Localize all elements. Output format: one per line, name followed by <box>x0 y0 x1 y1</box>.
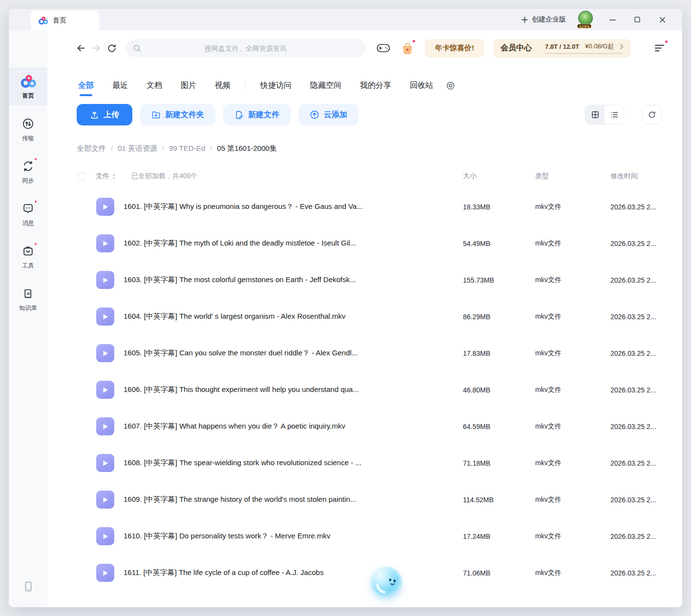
new-folder-button[interactable]: 新建文件夹 <box>140 104 215 125</box>
table-row[interactable]: 1601. [中英字幕] Why is pneumonia so dangero… <box>47 188 682 225</box>
file-type: mkv文件 <box>535 239 610 248</box>
svg-text:AI: AI <box>27 291 30 295</box>
file-time: 2026.03.25 2... <box>610 203 662 211</box>
netdisk-logo-icon <box>20 74 37 88</box>
app-window: 首页 创建企业版 SVIP6 <box>9 9 682 607</box>
new-file-button[interactable]: 新建文件 <box>223 104 291 125</box>
file-name: 1605. [中英字幕] Can you solve the monster d… <box>124 349 463 358</box>
file-column-header[interactable]: 文件 <box>96 172 116 181</box>
table-row[interactable]: 1603. [中英字幕] The most colorful gemstones… <box>47 262 682 298</box>
tab-primary-0[interactable]: 全部 <box>78 81 94 91</box>
storage-used-text: 7.8T / 12.0T <box>545 43 579 50</box>
close-button[interactable] <box>656 13 669 26</box>
file-size: 71.06MB <box>463 569 535 577</box>
table-row[interactable]: 1602. [中英字幕] The myth of Loki and the de… <box>47 225 682 262</box>
menu-button[interactable] <box>654 44 665 52</box>
storage-meter: 7.8T / 12.0T ¥0.08/G起 <box>545 42 624 54</box>
reload-button[interactable] <box>104 41 120 56</box>
file-type: mkv文件 <box>535 532 610 541</box>
file-type: mkv文件 <box>535 569 610 577</box>
sync-icon <box>20 159 37 173</box>
sidebar-item-home[interactable]: 首页 <box>9 67 47 105</box>
forward-button[interactable] <box>88 41 104 56</box>
breadcrumb-item-2[interactable]: 99 TED-Ed <box>169 144 205 153</box>
table-row[interactable]: 1609. [中英字幕] The strange history of the … <box>47 481 682 518</box>
table-row[interactable]: 1604. [中英字幕] The world’ s largest organi… <box>47 298 682 335</box>
sidebar-item-knowledge[interactable]: AI知识库 <box>9 280 47 318</box>
tab-home[interactable]: 首页 <box>31 11 99 30</box>
size-column-header[interactable]: 大小 <box>463 172 535 181</box>
tab-secondary-0[interactable]: 快捷访问 <box>260 81 292 91</box>
list-view-button[interactable] <box>605 105 624 124</box>
sidebar-item-tools[interactable]: 工具 <box>9 237 47 275</box>
back-button[interactable] <box>73 41 88 56</box>
file-name: 1607. [中英字幕] What happens when you die？ … <box>124 422 463 431</box>
list-view-icon <box>610 110 619 119</box>
table-row[interactable]: 1607. [中英字幕] What happens when you die？ … <box>47 408 682 445</box>
sidebar-item-label: 工具 <box>22 262 34 270</box>
type-column-header[interactable]: 类型 <box>535 172 610 181</box>
video-file-icon <box>96 271 114 289</box>
table-row[interactable]: 1605. [中英字幕] Can you solve the monster d… <box>47 335 682 371</box>
sidebar-item-label: 传输 <box>22 134 34 143</box>
maximize-button[interactable] <box>631 13 644 26</box>
file-name: 1606. [中英字幕] This thought experiment wil… <box>124 385 463 394</box>
table-row[interactable]: 1610. [中英字幕] Do personality tests work？ … <box>47 518 682 554</box>
sort-icon <box>112 173 116 180</box>
breadcrumb-item-3[interactable]: 05 第1601-2000集 <box>217 144 277 153</box>
file-type: mkv文件 <box>535 312 610 321</box>
file-name: 1603. [中英字幕] The most colorful gemstones… <box>124 275 463 285</box>
video-file-icon <box>96 234 114 252</box>
breadcrumb-item-1[interactable]: 01 英语资源 <box>118 144 157 153</box>
member-center-button[interactable]: 会员中心 7.8T / 12.0T ¥0.08/G起 <box>493 39 631 58</box>
refresh-button[interactable] <box>642 105 662 124</box>
tab-primary-1[interactable]: 最近 <box>112 81 128 91</box>
sidebar-item-sync[interactable]: 同步 <box>9 152 47 190</box>
cloud-add-button[interactable]: 云添加 <box>298 104 358 125</box>
mobile-device-icon[interactable] <box>23 581 33 595</box>
breadcrumb-item-0[interactable]: 全部文件 <box>77 144 106 153</box>
notification-dot <box>34 200 38 204</box>
target-circle-icon[interactable] <box>446 81 455 90</box>
gift-bag-button[interactable] <box>401 41 414 55</box>
search-bar[interactable] <box>126 39 366 57</box>
sidebar-item-transfer[interactable]: 传输 <box>9 110 47 148</box>
tab-primary-2[interactable]: 文档 <box>147 81 162 91</box>
tab-secondary-1[interactable]: 隐藏空间 <box>310 81 341 91</box>
table-row[interactable]: 1606. [中英字幕] This thought experiment wil… <box>47 371 682 408</box>
tab-primary-3[interactable]: 图片 <box>181 81 196 91</box>
games-button[interactable] <box>377 43 390 53</box>
category-tabs: 全部最近文档图片视频快捷访问隐藏空间我的分享回收站 <box>47 75 682 96</box>
file-type: mkv文件 <box>535 422 610 431</box>
sidebar-item-message[interactable]: 消息 <box>9 195 47 233</box>
file-size: 155.73MB <box>463 276 535 284</box>
ai-assistant-orb[interactable] <box>371 567 402 598</box>
search-input[interactable] <box>141 44 350 53</box>
create-enterprise-button[interactable]: 创建企业版 <box>521 15 566 24</box>
breadcrumb-separator: / <box>210 144 212 153</box>
video-file-icon <box>96 527 114 545</box>
file-type: mkv文件 <box>535 203 610 211</box>
file-size: 46.80MB <box>463 386 535 394</box>
file-size: 114.52MB <box>463 496 535 504</box>
grid-view-button[interactable] <box>586 105 605 124</box>
actions-row: 上传 新建文件夹 新建文件 云添加 <box>47 104 682 125</box>
tab-secondary-3[interactable]: 回收站 <box>410 81 433 91</box>
user-avatar[interactable]: SVIP6 <box>578 11 594 28</box>
file-time: 2026.03.25 2... <box>610 533 662 540</box>
breadcrumb-separator: / <box>111 144 113 153</box>
annual-card-promo-button[interactable]: 年卡惊喜价! <box>425 39 484 58</box>
sidebar-item-label: 知识库 <box>20 304 37 312</box>
refresh-icon <box>648 110 656 119</box>
file-time: 2026.03.25 2... <box>610 386 662 394</box>
table-row[interactable]: 1608. [中英字幕] The spear-wielding stork wh… <box>47 445 682 481</box>
upload-button[interactable]: 上传 <box>77 104 132 125</box>
main-panel: 年卡惊喜价! 会员中心 7.8T / 12.0T ¥0.08/G起 <box>47 30 682 607</box>
minimize-button[interactable] <box>606 13 619 26</box>
upload-icon <box>90 110 99 120</box>
tab-secondary-2[interactable]: 我的分享 <box>360 81 391 91</box>
tab-primary-4[interactable]: 视频 <box>215 81 230 91</box>
file-size: 64.59MB <box>463 423 535 431</box>
time-column-header[interactable]: 修改时间 <box>610 172 662 181</box>
select-all-checkbox[interactable] <box>77 172 85 181</box>
